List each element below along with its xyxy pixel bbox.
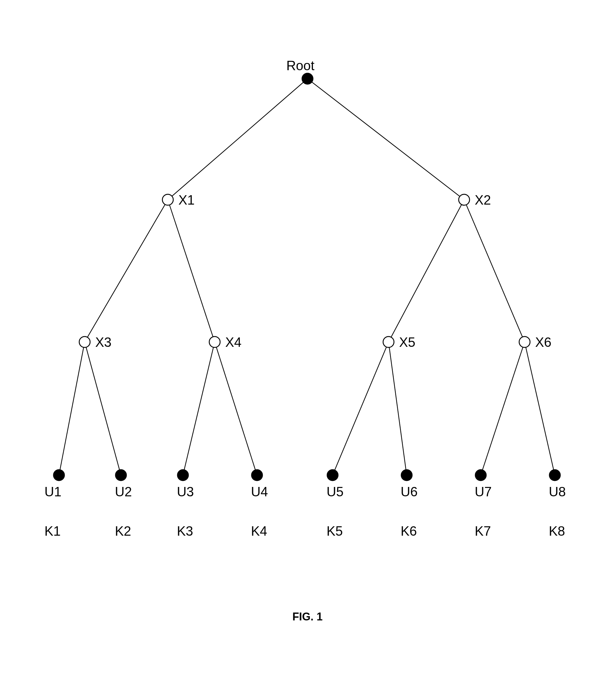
key-u3: K3 bbox=[177, 524, 193, 538]
node-u5 bbox=[327, 470, 338, 480]
edge-root-x1 bbox=[172, 82, 304, 196]
edge-x5-u6 bbox=[389, 347, 406, 470]
edge-x5-u5 bbox=[335, 347, 386, 470]
edge-root-x2 bbox=[312, 82, 460, 197]
label-u1: U1 bbox=[44, 484, 61, 499]
label-x5: X5 bbox=[399, 335, 415, 350]
labels-layer: RootX1X2X3X4X5X6U1K1U2K2U3K3U4K4U5K5U6K6… bbox=[44, 58, 566, 538]
edge-x1-x4 bbox=[170, 205, 213, 337]
figure-caption: FIG. 1 bbox=[292, 610, 323, 623]
key-u4: K4 bbox=[251, 524, 267, 538]
node-u4 bbox=[252, 470, 262, 480]
edge-x4-u4 bbox=[216, 347, 255, 470]
node-u7 bbox=[475, 470, 486, 480]
label-x1: X1 bbox=[178, 192, 195, 207]
node-root bbox=[302, 73, 313, 84]
label-u4: U4 bbox=[251, 484, 268, 499]
node-x2 bbox=[459, 194, 470, 205]
key-u6: K6 bbox=[401, 524, 417, 538]
label-u6: U6 bbox=[401, 484, 418, 499]
label-u2: U2 bbox=[115, 484, 132, 499]
nodes-layer bbox=[53, 73, 560, 480]
label-x6: X6 bbox=[535, 335, 551, 350]
node-x5 bbox=[383, 337, 394, 347]
node-x6 bbox=[519, 337, 530, 347]
key-u2: K2 bbox=[115, 524, 131, 538]
key-u5: K5 bbox=[326, 524, 343, 538]
edge-x6-u8 bbox=[526, 347, 554, 470]
node-u6 bbox=[401, 470, 412, 480]
edges-layer bbox=[60, 82, 554, 470]
edge-x2-x6 bbox=[466, 205, 523, 337]
tree-diagram: RootX1X2X3X4X5X6U1K1U2K2U3K3U4K4U5K5U6K6… bbox=[0, 0, 615, 700]
edge-x4-u3 bbox=[184, 347, 214, 470]
label-root: Root bbox=[286, 58, 315, 73]
node-u8 bbox=[549, 470, 560, 480]
node-x3 bbox=[79, 337, 90, 347]
label-u7: U7 bbox=[475, 484, 492, 499]
node-x4 bbox=[209, 337, 220, 347]
node-x1 bbox=[162, 194, 173, 205]
edge-x2-x5 bbox=[391, 204, 461, 337]
label-u5: U5 bbox=[326, 484, 344, 499]
node-u3 bbox=[178, 470, 188, 480]
label-x4: X4 bbox=[225, 335, 242, 350]
edge-x6-u7 bbox=[483, 347, 523, 470]
node-u2 bbox=[115, 470, 126, 480]
label-x3: X3 bbox=[95, 335, 112, 350]
label-u8: U8 bbox=[549, 484, 566, 499]
edge-x3-u2 bbox=[86, 347, 120, 470]
key-u1: K1 bbox=[44, 524, 61, 538]
key-u8: K8 bbox=[549, 524, 565, 538]
label-u3: U3 bbox=[177, 484, 194, 499]
label-x2: X2 bbox=[475, 192, 491, 207]
key-u7: K7 bbox=[475, 524, 491, 538]
edge-x3-u1 bbox=[60, 347, 84, 470]
edge-x1-x3 bbox=[87, 204, 165, 337]
node-u1 bbox=[53, 470, 64, 480]
